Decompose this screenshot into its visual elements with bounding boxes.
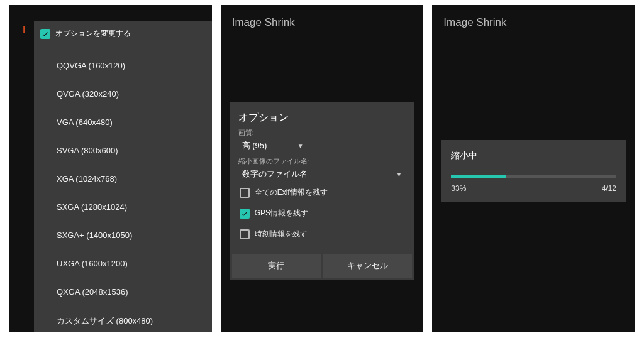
dialog-actions: 実行 キャンセル [230, 251, 415, 280]
background-title-fragment: I [23, 24, 25, 35]
screen-options-dialog: Image Shrink オプション 画質: 高 (95) ▼ 縮小画像のファイ… [221, 5, 424, 332]
filename-value: 数字のファイル名 [242, 168, 308, 180]
app-title: Image Shrink [221, 5, 424, 40]
progress-percent: 33% [451, 184, 466, 193]
exif-label: 全てのExif情報を残す [255, 187, 328, 198]
screen-resolution-picker: I オプションを変更する QQVGA (160x120) QVGA (320x2… [9, 5, 212, 332]
progress-labels: 33% 4/12 [451, 184, 616, 193]
dialog-title: オプション [238, 111, 406, 124]
popup-header-label: オプションを変更する [55, 28, 131, 39]
time-checkbox-row[interactable]: 時刻情報を残す [238, 224, 406, 244]
quality-value: 高 (95) [242, 140, 267, 151]
check-icon [42, 30, 49, 38]
dropdown-icon: ▼ [396, 171, 402, 178]
cancel-button[interactable]: キャンセル [323, 254, 412, 278]
change-options-checkbox[interactable] [40, 29, 50, 39]
gps-checkbox[interactable] [240, 209, 250, 219]
resolution-item[interactable]: XGA (1024x768) [57, 165, 206, 193]
filename-label: 縮小画像のファイル名: [238, 156, 406, 166]
exif-checkbox-row[interactable]: 全てのExif情報を残す [238, 182, 406, 203]
resolution-item[interactable]: VGA (640x480) [57, 108, 206, 136]
resolution-item[interactable]: SXGA+ (1400x1050) [57, 221, 206, 249]
quality-label: 画質: [238, 128, 406, 138]
resolution-popup: オプションを変更する QQVGA (160x120) QVGA (320x240… [34, 21, 212, 332]
resolution-item[interactable]: QVGA (320x240) [57, 80, 206, 108]
resolution-list: QQVGA (160x120) QVGA (320x240) VGA (640x… [34, 39, 212, 332]
progress-title: 縮小中 [451, 150, 616, 161]
time-checkbox[interactable] [240, 229, 250, 239]
options-dialog: オプション 画質: 高 (95) ▼ 縮小画像のファイル名: 数字のファイル名 … [230, 102, 415, 280]
gps-label: GPS情報を残す [255, 208, 308, 219]
quality-select[interactable]: 高 (95) ▼ [238, 138, 308, 154]
resolution-item[interactable]: SXGA (1280x1024) [57, 193, 206, 221]
screen-progress: Image Shrink 縮小中 33% 4/12 [432, 5, 635, 332]
filename-select[interactable]: 数字のファイル名 ▼ [238, 166, 406, 182]
progress-card: 縮小中 33% 4/12 [441, 140, 626, 202]
time-label: 時刻情報を残す [255, 229, 308, 239]
progress-count: 4/12 [602, 184, 616, 193]
app-title: Image Shrink [432, 5, 635, 40]
run-button[interactable]: 実行 [232, 254, 321, 278]
check-icon [241, 210, 248, 217]
resolution-item[interactable]: SVGA (800x600) [57, 136, 206, 165]
resolution-item[interactable]: UXGA (1600x1200) [57, 249, 206, 278]
progress-bar-fill [451, 175, 506, 178]
gps-checkbox-row[interactable]: GPS情報を残す [238, 203, 406, 224]
resolution-item[interactable]: QXGA (2048x1536) [57, 278, 206, 306]
popup-header-row[interactable]: オプションを変更する [34, 21, 212, 39]
exif-checkbox[interactable] [240, 188, 250, 198]
dropdown-icon: ▼ [297, 143, 304, 150]
resolution-item[interactable]: QQVGA (160x120) [57, 52, 206, 80]
resolution-item[interactable]: カスタムサイズ (800x480) [57, 306, 206, 332]
progress-bar-track [451, 175, 616, 178]
